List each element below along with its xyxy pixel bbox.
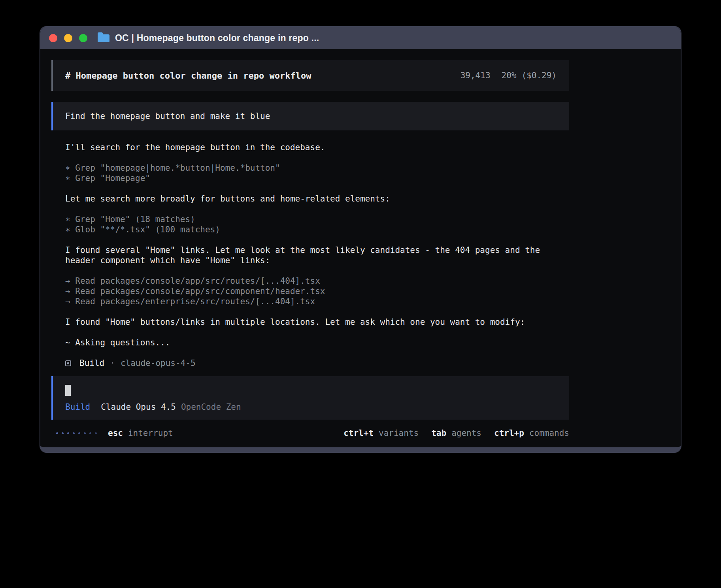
- tool-call-group: ∗ Grep "homepage|home.*button|Home.*butt…: [65, 163, 569, 183]
- tool-call-read: → Read packages/enterprise/src/routes/[.…: [65, 296, 569, 307]
- spinner-dot: [89, 432, 91, 434]
- spinner-dot: [56, 432, 58, 434]
- interrupt-label: interrupt: [128, 428, 173, 438]
- assistant-message: I found several "Home" links. Let me loo…: [65, 245, 569, 266]
- token-count: 39,413: [461, 71, 491, 80]
- transcript: I'll search for the homepage button in t…: [51, 142, 569, 368]
- spinner-dot: [67, 432, 69, 434]
- tool-call-grep: ∗ Grep "Homepage": [65, 173, 569, 183]
- agents-label: agents: [451, 428, 481, 438]
- ctrl-p-key-hint: ctrl+p: [494, 428, 524, 438]
- zoom-button[interactable]: [79, 34, 87, 42]
- terminal-window: OC | Homepage button color change in rep…: [40, 26, 681, 453]
- assistant-message: Let me search more broadly for buttons a…: [65, 194, 569, 204]
- agent-status: Build · claude-opus-4-5: [65, 358, 569, 368]
- close-button[interactable]: [49, 34, 57, 42]
- agent-status-paragraph: Build · claude-opus-4-5: [65, 358, 569, 368]
- tool-call-read: → Read packages/console/app/src/routes/[…: [65, 276, 569, 286]
- status-bar: esc interrupt ctrl+t variants tab agents…: [51, 428, 569, 438]
- session-header: # Homepage button color change in repo w…: [51, 60, 569, 91]
- user-message-text: Find the homepage button and make it blu…: [65, 111, 270, 121]
- tool-call-grep: ∗ Grep "homepage|home.*button|Home.*butt…: [65, 163, 569, 173]
- terminal-body: # Homepage button color change in repo w…: [40, 49, 681, 447]
- session-cost: ($0.29): [521, 71, 557, 80]
- model-name[interactable]: Claude Opus 4.5: [101, 402, 176, 412]
- spinner-dot: [78, 432, 80, 434]
- ctrl-t-key-hint: ctrl+t: [344, 428, 374, 438]
- prompt-input[interactable]: Build Claude Opus 4.5 OpenCode Zen: [51, 376, 569, 420]
- assistant-paragraph: I found "Home" buttons/links in multiple…: [65, 317, 569, 327]
- spinner-dot: [95, 432, 97, 434]
- shortcut-variants: ctrl+t variants: [344, 428, 419, 438]
- shortcut-agents: tab agents: [431, 428, 481, 438]
- agent-name: Build: [79, 358, 104, 368]
- session-title: # Homepage button color change in repo w…: [65, 71, 311, 81]
- user-message: Find the homepage button and make it blu…: [51, 102, 569, 130]
- agent-separator: ·: [110, 358, 115, 368]
- spinner-dot: [73, 432, 75, 434]
- tool-call-group: → Read packages/console/app/src/routes/[…: [65, 276, 569, 307]
- assistant-paragraph: Let me search more broadly for buttons a…: [65, 194, 569, 204]
- context-percent: 20%: [502, 71, 517, 80]
- spinner-dot: [62, 432, 64, 434]
- assistant-paragraph: ~ Asking questions...: [65, 337, 569, 348]
- assistant-paragraph: I'll search for the homepage button in t…: [65, 142, 569, 153]
- assistant-paragraph: I found several "Home" links. Let me loo…: [65, 245, 569, 266]
- provider-name: OpenCode Zen: [181, 402, 241, 412]
- asking-questions-status: ~ Asking questions...: [65, 337, 569, 348]
- tool-call-glob: ∗ Glob "**/*.tsx" (100 matches): [65, 224, 569, 235]
- folder-icon: [98, 34, 109, 42]
- shortcut-commands: ctrl+p commands: [494, 428, 569, 438]
- traffic-lights: [49, 34, 87, 42]
- tool-call-grep: ∗ Grep "Home" (18 matches): [65, 214, 569, 224]
- agent-model: claude-opus-4-5: [121, 358, 196, 368]
- spinner-dot: [84, 432, 86, 434]
- assistant-message: I'll search for the homepage button in t…: [65, 142, 569, 153]
- status-left: esc interrupt: [51, 428, 173, 438]
- minimize-button[interactable]: [64, 34, 72, 42]
- tool-call-read: → Read packages/console/app/src/componen…: [65, 286, 569, 296]
- tab-key-hint: tab: [431, 428, 446, 438]
- model-line: Build Claude Opus 4.5 OpenCode Zen: [65, 402, 557, 412]
- esc-key-hint: esc: [108, 428, 123, 438]
- window-title: OC | Homepage button color change in rep…: [115, 33, 319, 43]
- spinner-dots: [56, 432, 97, 434]
- variants-label: variants: [379, 428, 419, 438]
- session-stats: 39,413 20% ($0.29): [461, 71, 557, 80]
- commands-label: commands: [529, 428, 569, 438]
- assistant-message: I found "Home" buttons/links in multiple…: [65, 317, 569, 327]
- status-right: ctrl+t variants tab agents ctrl+p comman…: [344, 428, 569, 438]
- agent-mode-label[interactable]: Build: [65, 402, 90, 412]
- titlebar[interactable]: OC | Homepage button color change in rep…: [40, 27, 681, 49]
- tool-call-group: ∗ Grep "Home" (18 matches) ∗ Glob "**/*.…: [65, 214, 569, 235]
- agent-mode-icon: [65, 360, 71, 366]
- text-cursor: [65, 385, 71, 396]
